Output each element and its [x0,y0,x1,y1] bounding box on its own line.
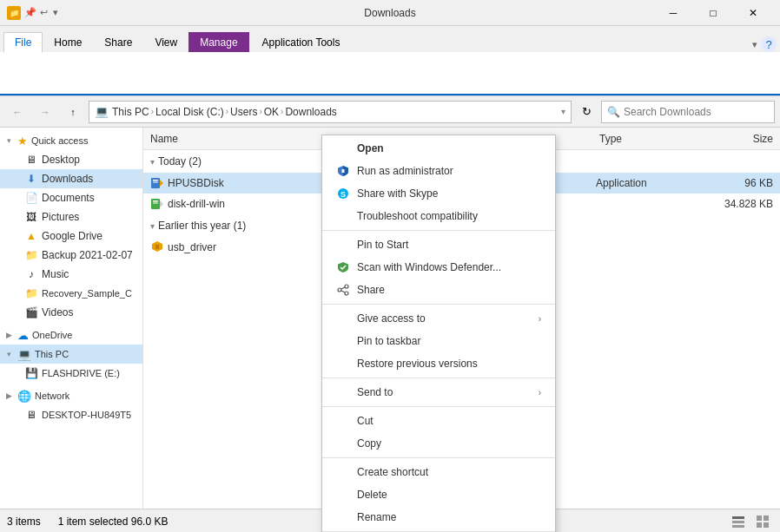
group-today-label: Today (2) [158,155,202,167]
group-earlier-toggle[interactable]: ▾ [150,221,155,231]
group-today-toggle[interactable]: ▾ [150,157,155,167]
svg-rect-1 [153,180,158,181]
sidebar-item-desktop-pc[interactable]: 🖥 DESKTOP-HU849T5 [0,405,142,424]
ctx-troubleshoot[interactable]: Troubleshoot compatibility [322,205,555,227]
sidebar-item-recovery[interactable]: 📁 Recovery_Sample_C [0,284,142,303]
close-button[interactable]: ✕ [733,0,773,26]
desktop-pc-icon: 🖥 [24,408,38,422]
ctx-run-as-admin[interactable]: Run as administrator [322,160,555,182]
ctx-copy[interactable]: Copy [322,432,555,455]
sidebar-item-videos[interactable]: 🎬 Videos [0,303,142,322]
view-tiles-button[interactable] [752,511,773,532]
file-type-hpusbdisk: Application [596,177,700,189]
path-dropdown[interactable]: ▾ [561,107,565,116]
svg-point-14 [345,292,348,295]
ctx-run-as-admin-label: Run as administrator [357,165,453,177]
path-local-disk[interactable]: Local Disk (C:) [155,106,224,118]
sidebar-item-onedrive[interactable]: ▶ ☁ OneDrive [0,325,142,345]
ctx-cut[interactable]: Cut [322,410,555,432]
forward-button[interactable]: → [33,101,57,123]
tab-share[interactable]: Share [93,32,143,52]
sidebar-section-quick-access[interactable]: ▾ ★ Quick access [0,131,142,150]
quick-access-undo[interactable]: ↩ [40,7,48,18]
tab-file[interactable]: File [3,32,43,53]
quick-access-toggle[interactable]: ▾ [3,135,14,146]
ctx-rename[interactable]: Rename [322,506,555,529]
svg-point-13 [338,288,341,292]
backup-folder-icon: 📁 [24,248,38,262]
this-pc-toggle[interactable]: ▾ [3,349,14,359]
ctx-give-access[interactable]: Give access to › [322,307,555,330]
sidebar-item-documents[interactable]: 📄 Documents [0,188,142,207]
ribbon-collapse-btn[interactable]: ▾ [752,39,757,50]
ctx-open[interactable]: Open [322,137,555,160]
sidebar-label-onedrive: OneDrive [32,330,72,340]
ctx-sep-1 [322,230,555,231]
ctx-delete[interactable]: Delete [322,483,555,506]
ctx-sep-4 [322,406,555,407]
quick-access-dropdown[interactable]: ▾ [53,7,58,18]
ctx-send-to-content: Send to [336,385,393,399]
ctx-pin-taskbar[interactable]: Pin to taskbar [322,330,555,352]
onedrive-toggle[interactable]: ▶ [3,330,14,340]
quick-access-pin[interactable]: 📌 [24,7,36,18]
sidebar-item-google-drive[interactable]: ▲ Google Drive [0,227,142,246]
window-title: Downloads [364,7,415,19]
sidebar-item-pictures[interactable]: 🖼 Pictures [0,207,142,227]
ctx-pin-start[interactable]: Pin to Start [322,233,555,256]
ctx-restore-versions-label: Restore previous versions [357,358,478,370]
sidebar-item-desktop[interactable]: 🖥 Desktop [0,150,142,169]
sidebar-item-music[interactable]: ♪ Music [0,265,142,284]
path-users[interactable]: Users [230,106,257,118]
sidebar-item-network[interactable]: ▶ 🌐 Network [0,386,142,405]
tab-home[interactable]: Home [43,32,93,52]
path-ok[interactable]: OK [264,106,279,118]
computer-icon: 💻 [95,105,109,118]
uac-shield-icon [336,164,350,178]
tab-application-tools[interactable]: Application Tools [251,32,352,52]
address-path[interactable]: 💻 This PC › Local Disk (C:) › Users › OK… [89,101,572,123]
sidebar-label-this-pc: This PC [35,349,69,359]
tab-manage[interactable]: Manage [188,32,248,52]
ctx-share[interactable]: Share [322,279,555,301]
sidebar-label-music: Music [42,268,69,280]
col-header-type[interactable]: Type [599,133,704,145]
path-downloads[interactable]: Downloads [285,106,336,118]
help-button[interactable]: ? [761,36,777,52]
rename-icon [336,510,350,524]
minimize-button[interactable]: ─ [653,0,693,26]
defender-icon [336,260,350,274]
ctx-create-shortcut[interactable]: Create shortcut [322,461,555,483]
this-pc-icon: 💻 [17,348,31,361]
flashdrive-icon: 💾 [24,366,38,380]
sidebar-item-backup[interactable]: 📁 Backup 2021-02-07 [0,246,142,265]
view-details-button[interactable] [728,511,749,532]
search-box[interactable]: 🔍 [601,101,775,123]
app-icon: 📁 [7,6,21,20]
ctx-send-to[interactable]: Send to › [322,381,555,404]
path-this-pc[interactable]: This PC [112,106,149,118]
search-input[interactable] [624,106,769,118]
title-bar: 📁 📌 ↩ ▾ Downloads ─ □ ✕ [0,0,780,26]
up-button[interactable]: ↑ [61,101,85,123]
sidebar-item-flashdrive[interactable]: 💾 FLASHDRIVE (E:) [0,364,142,383]
ctx-give-access-label: Give access to [357,312,426,325]
sidebar-label-quick-access: Quick access [31,135,88,146]
col-header-size[interactable]: Size [704,133,773,145]
sidebar-item-this-pc[interactable]: ▾ 💻 This PC [0,345,142,364]
back-button[interactable]: ← [5,101,30,123]
troubleshoot-icon [336,209,350,223]
refresh-button[interactable]: ↻ [575,101,598,123]
tab-view[interactable]: View [143,32,188,52]
search-icon: 🔍 [607,106,620,118]
ctx-scan-defender[interactable]: Scan with Windows Defender... [322,256,555,279]
sidebar-label-google-drive: Google Drive [42,230,102,242]
sidebar-item-downloads[interactable]: ⬇ Downloads [0,169,142,188]
ctx-share-skype[interactable]: S Share with Skype [322,182,555,205]
svg-marker-7 [160,200,163,207]
maximize-button[interactable]: □ [693,0,733,26]
shortcut-icon [336,465,350,479]
path-sep-2: › [226,107,228,116]
ctx-restore-versions[interactable]: Restore previous versions [322,352,555,375]
network-toggle[interactable]: ▶ [3,391,14,401]
